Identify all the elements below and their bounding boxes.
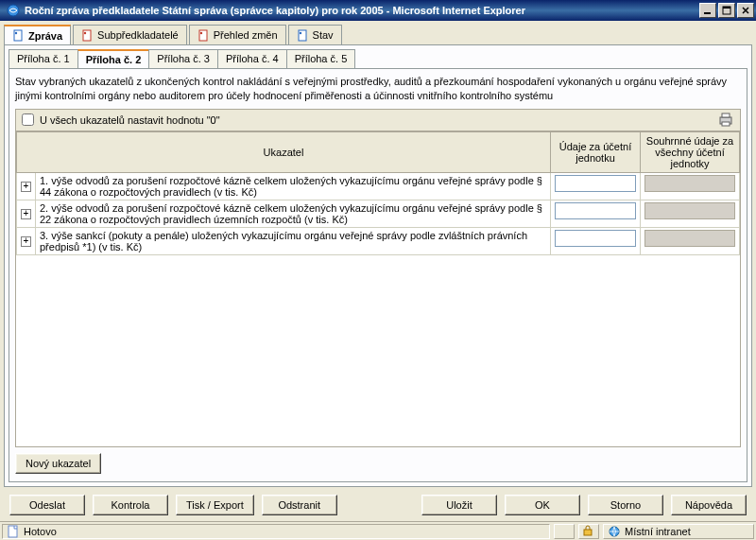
status-document-icon bbox=[7, 525, 20, 538]
toolbar: U všech ukazatelů nastavit hodnotu "0" bbox=[15, 109, 741, 131]
svg-rect-6 bbox=[83, 30, 91, 41]
lock-icon bbox=[582, 525, 595, 538]
indicator-text: 1. výše odvodů za porušení rozpočtové ká… bbox=[36, 172, 551, 200]
cancel-button[interactable]: Storno bbox=[588, 495, 663, 515]
col-ukazatel: Ukazatel bbox=[17, 131, 551, 172]
users-icon bbox=[81, 29, 94, 42]
summary-value-field bbox=[644, 230, 735, 247]
status-bar: Hotovo Místní intranet bbox=[0, 521, 756, 540]
sub-tab-0[interactable]: Příloha č. 1 bbox=[9, 49, 78, 68]
svg-rect-15 bbox=[9, 526, 17, 537]
expand-icon[interactable]: + bbox=[21, 209, 31, 219]
data-grid: Ukazatel Údaje za účetní jednotku Souhrn… bbox=[15, 131, 741, 447]
svg-rect-16 bbox=[584, 530, 592, 535]
table-row: +1. výše odvodů za porušení rozpočtové k… bbox=[17, 172, 740, 200]
indicator-text: 2. výše odvodů za porušení rozpočtové ká… bbox=[36, 200, 551, 227]
svg-point-5 bbox=[15, 32, 17, 34]
svg-point-11 bbox=[299, 31, 301, 33]
expand-icon[interactable]: + bbox=[21, 182, 31, 192]
svg-rect-8 bbox=[199, 30, 207, 41]
save-button[interactable]: Uložit bbox=[421, 495, 497, 515]
main-tab-1[interactable]: Subpředkladatelé bbox=[73, 25, 187, 44]
table-row: +2. výše odvodů za porušení rozpočtové k… bbox=[17, 200, 740, 227]
svg-rect-10 bbox=[299, 30, 306, 41]
status-cell-empty1 bbox=[554, 524, 575, 539]
svg-rect-1 bbox=[704, 12, 711, 14]
help-button[interactable]: Nápověda bbox=[671, 495, 747, 515]
svg-point-7 bbox=[84, 31, 86, 33]
tab-body: Příloha č. 1Příloha č. 2Příloha č. 3Příl… bbox=[4, 44, 752, 487]
main-tab-label: Přehled změn bbox=[214, 29, 278, 41]
send-button[interactable]: Odeslat bbox=[9, 495, 85, 515]
unit-value-input[interactable] bbox=[555, 175, 636, 192]
window-titlebar: Roční zpráva předkladatele Státní správa… bbox=[0, 0, 756, 21]
delete-button[interactable]: Odstranit bbox=[262, 495, 337, 515]
minimize-button[interactable] bbox=[699, 3, 716, 18]
set-zero-label: U všech ukazatelů nastavit hodnotu "0" bbox=[40, 114, 220, 126]
main-tab-label: Stav bbox=[313, 29, 334, 41]
svg-point-9 bbox=[200, 31, 202, 33]
sub-tab-2[interactable]: Příloha č. 3 bbox=[148, 49, 218, 68]
ok-button[interactable]: OK bbox=[505, 495, 580, 515]
edit-icon bbox=[198, 29, 210, 42]
col-summary-data: Souhrnné údaje za všechny účetní jednotk… bbox=[641, 131, 740, 172]
table-row: +3. výše sankcí (pokuty a penále) uložen… bbox=[17, 227, 740, 254]
print-export-button[interactable]: Tisk / Export bbox=[176, 495, 254, 515]
main-tab-2[interactable]: Přehled změn bbox=[189, 25, 286, 44]
ie-icon bbox=[6, 3, 21, 18]
close-button[interactable] bbox=[737, 3, 754, 18]
svg-rect-14 bbox=[722, 122, 730, 126]
window-title: Roční zpráva předkladatele Státní správa… bbox=[25, 5, 697, 16]
status-text: Hotovo bbox=[24, 526, 57, 537]
print-icon[interactable] bbox=[717, 113, 734, 128]
svg-rect-13 bbox=[722, 113, 730, 117]
main-tabstrip: ZprávaSubpředkladateléPřehled změnStav bbox=[0, 21, 756, 44]
sub-tab-4[interactable]: Příloha č. 5 bbox=[286, 49, 356, 68]
sub-tabstrip: Příloha č. 1Příloha č. 2Příloha č. 3Příl… bbox=[9, 49, 747, 68]
indicator-text: 3. výše sankcí (pokuty a penále) uložený… bbox=[36, 227, 551, 254]
unit-value-input[interactable] bbox=[555, 230, 636, 247]
bottom-button-bar: Odeslat Kontrola Tisk / Export Odstranit… bbox=[0, 491, 756, 521]
main-tab-label: Subpředkladatelé bbox=[97, 29, 179, 41]
sub-tab-3[interactable]: Příloha č. 4 bbox=[217, 49, 287, 68]
new-indicator-button[interactable]: Nový ukazatel bbox=[15, 453, 101, 474]
person-icon bbox=[297, 29, 309, 42]
status-lock-cell bbox=[578, 524, 599, 539]
svg-rect-3 bbox=[723, 7, 730, 9]
sub-tab-body: Stav vybraných ukazatelů z ukončených ko… bbox=[9, 68, 747, 482]
status-zone-cell: Místní intranet bbox=[603, 524, 754, 539]
document-icon bbox=[12, 29, 25, 42]
main-tab-label: Zpráva bbox=[28, 30, 62, 42]
sub-tab-1[interactable]: Příloha č. 2 bbox=[77, 49, 150, 68]
maximize-button[interactable] bbox=[718, 3, 735, 18]
description-text: Stav vybraných ukazatelů z ukončených ko… bbox=[15, 75, 741, 109]
main-tab-3[interactable]: Stav bbox=[288, 25, 342, 44]
set-zero-checkbox[interactable] bbox=[22, 113, 34, 126]
col-unit-data: Údaje za účetní jednotku bbox=[551, 131, 641, 172]
status-zone-text: Místní intranet bbox=[625, 526, 691, 537]
unit-value-input[interactable] bbox=[555, 202, 636, 219]
main-tab-0[interactable]: Zpráva bbox=[4, 25, 71, 44]
summary-value-field bbox=[644, 202, 735, 219]
intranet-icon bbox=[608, 525, 621, 538]
summary-value-field bbox=[644, 175, 735, 192]
expand-icon[interactable]: + bbox=[21, 236, 31, 247]
check-button[interactable]: Kontrola bbox=[93, 495, 168, 515]
svg-rect-4 bbox=[14, 30, 22, 41]
